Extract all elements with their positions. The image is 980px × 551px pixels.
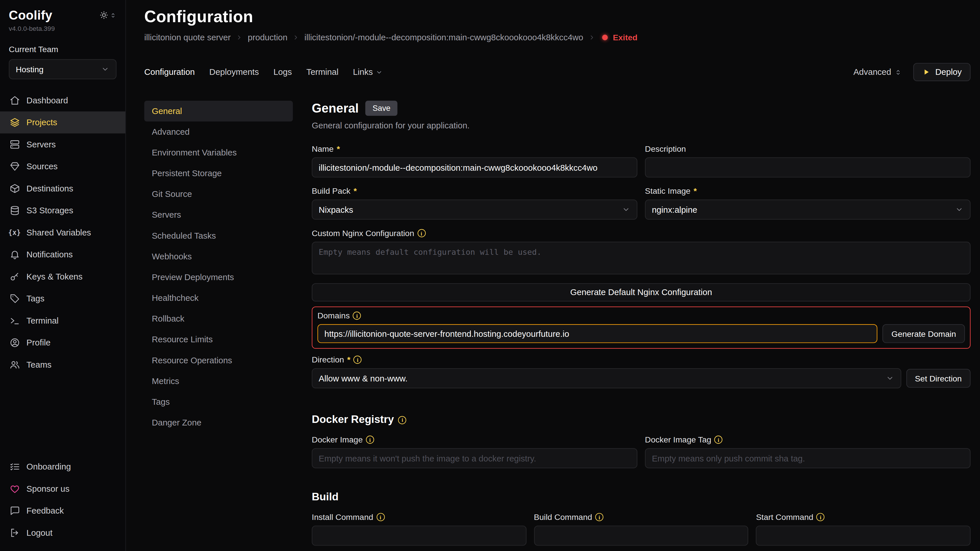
sidebar-item-teams[interactable]: Teams — [0, 354, 125, 376]
subnav-item-tags[interactable]: Tags — [144, 392, 293, 412]
logout-icon — [9, 527, 20, 538]
start-command-input[interactable] — [756, 526, 970, 546]
status-dot — [602, 35, 608, 40]
subnav-item-resource-limits[interactable]: Resource Limits — [144, 329, 293, 350]
domains-input[interactable] — [317, 324, 878, 343]
sidebar-item-onboarding[interactable]: Onboarding — [0, 456, 125, 478]
subnav-item-danger-zone[interactable]: Danger Zone — [144, 412, 293, 433]
sidebar-item-s3-storages[interactable]: S3 Storages — [0, 200, 125, 222]
breadcrumb-item[interactable]: illicitestonion/-module--decomposition:m… — [304, 33, 583, 42]
docker-image-field: Docker Image — [312, 435, 637, 468]
deploy-button[interactable]: Deploy — [913, 63, 970, 81]
subnav-item-label: Advanced — [152, 127, 189, 137]
team-select[interactable]: Hosting — [9, 59, 117, 79]
sidebar-item-sponsor-us[interactable]: Sponsor us — [0, 478, 125, 500]
tab-bar: ConfigurationDeploymentsLogsTerminalLink… — [144, 63, 971, 81]
sidebar: Coolify v4.0.0-beta.399 Current Team Hos… — [0, 0, 126, 551]
static-image-field: Static Image* nginx:alpine — [645, 186, 970, 220]
info-icon — [353, 356, 361, 364]
save-button[interactable]: Save — [366, 101, 397, 116]
sidebar-item-logout[interactable]: Logout — [0, 522, 125, 544]
sidebar-item-label: Notifications — [27, 250, 73, 259]
layers-icon — [9, 117, 20, 128]
sidebar-item-shared-variables[interactable]: {x}Shared Variables — [0, 222, 125, 244]
subnav-item-metrics[interactable]: Metrics — [144, 371, 293, 392]
sidebar-item-label: S3 Storages — [27, 206, 73, 215]
domains-fieldset: Domains Generate Domain — [312, 306, 970, 349]
docker-image-tag-input[interactable] — [645, 448, 970, 468]
name-label: Name* — [312, 144, 637, 154]
subnav-item-label: Healthcheck — [152, 293, 199, 303]
info-icon — [353, 311, 361, 319]
subnav-item-scheduled-tasks[interactable]: Scheduled Tasks — [144, 225, 293, 246]
tab-logs[interactable]: Logs — [274, 67, 292, 77]
tab-configuration[interactable]: Configuration — [144, 67, 195, 77]
chevron-down-icon — [885, 374, 894, 383]
subnav-item-preview-deployments[interactable]: Preview Deployments — [144, 267, 293, 287]
generate-nginx-button[interactable]: Generate Default Nginx Configuration — [312, 283, 970, 302]
subnav-item-environment-variables[interactable]: Environment Variables — [144, 142, 293, 163]
info-icon — [398, 416, 406, 424]
tab-links[interactable]: Links — [353, 67, 383, 77]
docker-registry-heading: Docker Registry — [312, 413, 970, 426]
sidebar-item-label: Dashboard — [27, 95, 68, 105]
tab-terminal[interactable]: Terminal — [306, 67, 339, 77]
sidebar-item-feedback[interactable]: Feedback — [0, 500, 125, 522]
info-icon — [366, 435, 374, 444]
sidebar-item-projects[interactable]: Projects — [0, 111, 125, 133]
breadcrumb-item[interactable]: production — [248, 33, 288, 42]
subnav-item-healthcheck[interactable]: Healthcheck — [144, 287, 293, 308]
info-icon — [816, 513, 824, 521]
tabbar-actions: Advanced Deploy — [853, 63, 970, 81]
description-input[interactable] — [645, 157, 970, 178]
sidebar-item-dashboard[interactable]: Dashboard — [0, 89, 125, 111]
direction-select[interactable]: Allow www & non-www. — [312, 368, 901, 388]
set-direction-button[interactable]: Set Direction — [906, 369, 970, 388]
build-pack-select[interactable]: Nixpacks — [312, 200, 637, 220]
sidebar-item-label: Servers — [27, 140, 56, 149]
sidebar-item-servers[interactable]: Servers — [0, 133, 125, 156]
theme-switcher[interactable] — [99, 11, 116, 19]
subnav-item-git-source[interactable]: Git Source — [144, 184, 293, 205]
subnav-item-webhooks[interactable]: Webhooks — [144, 246, 293, 267]
main-content: Configuration illicitonion quote serverp… — [126, 0, 980, 551]
generate-domain-button[interactable]: Generate Domain — [883, 324, 965, 343]
sidebar-item-label: Projects — [27, 118, 57, 127]
sidebar-item-notifications[interactable]: Notifications — [0, 243, 125, 266]
subnav-item-rollback[interactable]: Rollback — [144, 308, 293, 329]
advanced-toggle[interactable]: Advanced — [853, 67, 902, 77]
sidebar-item-label: Sources — [27, 162, 57, 171]
sidebar-item-profile[interactable]: Profile — [0, 332, 125, 354]
sidebar-item-destinations[interactable]: Destinations — [0, 178, 125, 200]
advanced-label: Advanced — [853, 67, 891, 77]
info-icon — [595, 513, 603, 521]
nginx-config-textarea[interactable] — [312, 242, 970, 275]
sidebar-item-sources[interactable]: Sources — [0, 156, 125, 178]
name-input[interactable] — [312, 157, 637, 178]
key-icon — [9, 271, 20, 282]
domains-row: Generate Domain — [317, 324, 965, 343]
subnav-item-persistent-storage[interactable]: Persistent Storage — [144, 163, 293, 184]
subnav-item-resource-operations[interactable]: Resource Operations — [144, 350, 293, 371]
subnav-item-label: Preview Deployments — [152, 273, 234, 282]
install-command-field: Install Command — [312, 513, 526, 546]
install-command-input[interactable] — [312, 526, 526, 546]
tab-deployments[interactable]: Deployments — [209, 67, 259, 77]
sidebar-item-label: Feedback — [27, 506, 64, 516]
tab-label: Configuration — [144, 67, 195, 77]
subnav-item-general[interactable]: General — [144, 101, 293, 121]
subnav-item-servers[interactable]: Servers — [144, 205, 293, 225]
build-command-input[interactable] — [534, 526, 748, 546]
breadcrumb-item[interactable]: illicitonion quote server — [144, 33, 231, 42]
docker-image-tag-field: Docker Image Tag — [645, 435, 970, 468]
description-label: Description — [645, 144, 970, 154]
sidebar-item-tags[interactable]: Tags — [0, 287, 125, 310]
static-image-select[interactable]: nginx:alpine — [645, 200, 970, 220]
subnav-item-advanced[interactable]: Advanced — [144, 121, 293, 142]
bell-icon — [9, 249, 20, 260]
sidebar-item-keys-tokens[interactable]: Keys & Tokens — [0, 266, 125, 288]
sidebar-item-terminal[interactable]: Terminal — [0, 310, 125, 332]
docker-image-input[interactable] — [312, 448, 637, 468]
subnav-item-label: Persistent Storage — [152, 169, 222, 178]
config-body: GeneralAdvancedEnvironment VariablesPers… — [144, 101, 971, 551]
